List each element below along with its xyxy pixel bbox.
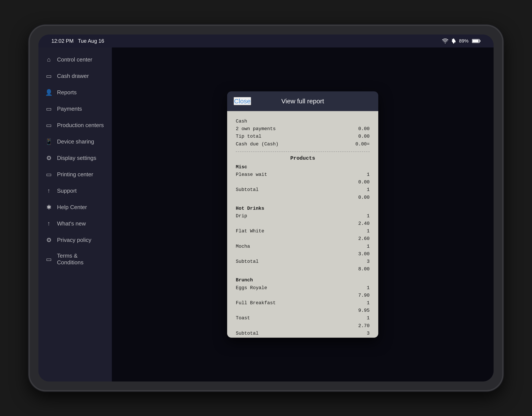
eggs-royale-qty: 1 — [352, 284, 370, 292]
mocha-amount-row: 3.00 — [236, 250, 370, 258]
sidebar-label-control-center: Control center — [57, 56, 92, 63]
sidebar-label-device-sharing: Device sharing — [57, 138, 94, 145]
sidebar-item-privacy-policy[interactable]: ⚙ Privacy policy — [39, 232, 112, 248]
please-wait-qty: 1 — [352, 171, 370, 178]
flat-white-amount-row: 2.60 — [236, 235, 370, 243]
misc-subtotal-label: Subtotal — [236, 186, 352, 194]
products-title: Products — [236, 155, 370, 161]
sidebar-item-whats-new[interactable]: ↑ What's new — [39, 216, 112, 231]
hot-drinks-subtotal-qty: 3 — [352, 258, 370, 265]
printing-center-icon: ▭ — [45, 170, 53, 178]
main-background: ⌂ Control center ▭ Cash drawer 👤 Reports… — [39, 47, 493, 381]
sidebar-label-help-center: Help Center — [57, 204, 87, 211]
flat-white-amount: 2.60 — [352, 235, 370, 243]
tip-total-label: Tip total — [236, 133, 352, 140]
svg-rect-2 — [480, 40, 480, 42]
display-settings-icon: ⚙ — [45, 154, 53, 162]
sidebar-item-printing-center[interactable]: ▭ Printing center — [39, 167, 112, 182]
full-breakfast-row: Full Breakfast 1 — [236, 299, 370, 307]
misc-section: Misc Please wait 1 0.00 Subto — [236, 163, 370, 201]
sidebar-item-support[interactable]: ↑ Support — [39, 183, 112, 199]
modal-view-full-report: Close View full report Cash 2 own paymen… — [227, 92, 378, 338]
own-payments-value: 0.00 — [352, 125, 370, 133]
hot-drinks-header: Hot Drinks — [236, 205, 370, 212]
sidebar-item-reports[interactable]: 👤 Reports — [39, 85, 112, 100]
flat-white-qty: 1 — [352, 227, 370, 235]
battery-icon — [472, 39, 481, 43]
eggs-royale-amount-row: 7.90 — [236, 292, 370, 299]
drip-label: Drip — [236, 212, 352, 220]
modal-title: View full report — [281, 97, 324, 105]
brunch-subtotal-qty: 3 — [352, 330, 370, 337]
sidebar-label-cash-drawer: Cash drawer — [57, 73, 89, 79]
sidebar-label-terms-conditions: Terms & Conditions — [57, 252, 105, 266]
misc-label: Misc — [236, 163, 247, 171]
toast-label: Toast — [236, 314, 352, 322]
hot-drinks-label: Hot Drinks — [236, 205, 264, 212]
brunch-subtotal-label: Subtotal — [236, 330, 352, 337]
please-wait-row: Please wait 1 — [236, 171, 370, 178]
status-right: 89% — [442, 38, 481, 44]
drip-row: Drip 1 — [236, 212, 370, 220]
sidebar-label-privacy-policy: Privacy policy — [57, 237, 91, 243]
sidebar-item-device-sharing[interactable]: 📱 Device sharing — [39, 134, 112, 149]
sidebar-label-printing-center: Printing center — [57, 171, 93, 178]
cash-drawer-icon: ▭ — [45, 72, 53, 80]
drip-amount-row: 2.40 — [236, 220, 370, 227]
brunch-header: Brunch — [236, 276, 370, 284]
cash-due-row: Cash due (Cash) 0.00= — [236, 140, 370, 148]
tablet-screen: 12:02 PM Tue Aug 16 89% — [39, 35, 493, 381]
reports-icon: 👤 — [45, 88, 53, 96]
production-centers-icon: ▭ — [45, 121, 53, 129]
please-wait-amount-row: 0.00 — [236, 179, 370, 186]
mocha-label: Mocha — [236, 243, 352, 250]
hot-drinks-subtotal-label: Subtotal — [236, 258, 352, 265]
cash-due-value: 0.00= — [352, 140, 370, 148]
full-breakfast-label: Full Breakfast — [236, 299, 352, 307]
flat-white-row: Flat White 1 — [236, 227, 370, 235]
terms-conditions-icon: ▭ — [45, 255, 53, 263]
status-left: 12:02 PM Tue Aug 16 — [51, 38, 104, 44]
sidebar-label-payments: Payments — [57, 105, 82, 112]
hot-drinks-subtotal-amount-row: 8.00 — [236, 265, 370, 273]
eggs-royale-row: Eggs Royale 1 — [236, 284, 370, 292]
close-button[interactable]: Close — [234, 97, 251, 105]
payments-icon: ▭ — [45, 105, 53, 113]
sidebar-item-display-settings[interactable]: ⚙ Display settings — [39, 150, 112, 166]
own-payments-row: 2 own payments 0.00 — [236, 125, 370, 133]
drip-amount: 2.40 — [352, 220, 370, 227]
privacy-policy-icon: ⚙ — [45, 236, 53, 244]
sidebar-item-terms-conditions[interactable]: ▭ Terms & Conditions — [39, 249, 112, 270]
misc-subtotal-amount-row: 0.00 — [236, 194, 370, 201]
sidebar-label-display-settings: Display settings — [57, 155, 96, 161]
help-center-icon: ✱ — [45, 203, 53, 211]
tip-total-value: 0.00 — [352, 133, 370, 140]
brunch-subtotal-amount: 28.55 — [352, 337, 370, 338]
misc-subtotal-amount-spacer — [236, 194, 352, 201]
receipt-content[interactable]: Cash 2 own payments 0.00 Tip total 0.00 — [227, 111, 378, 338]
hot-drinks-subtotal-amount: 8.00 — [352, 265, 370, 273]
sidebar-item-payments[interactable]: ▭ Payments — [39, 101, 112, 116]
toast-row: Toast 1 — [236, 314, 370, 322]
toast-amount: 2.70 — [352, 322, 370, 330]
tablet-frame: 12:02 PM Tue Aug 16 89% — [29, 25, 503, 391]
toast-amount-row: 2.70 — [236, 322, 370, 330]
misc-subtotal-qty: 1 — [352, 186, 370, 194]
sidebar: ⌂ Control center ▭ Cash drawer 👤 Reports… — [39, 47, 112, 381]
hot-drinks-subtotal-row: Subtotal 3 — [236, 258, 370, 265]
tip-total-row: Tip total 0.00 — [236, 133, 370, 140]
whats-new-icon: ↑ — [45, 220, 53, 227]
eggs-royale-label: Eggs Royale — [236, 284, 352, 292]
cash-title: Cash — [236, 118, 247, 125]
brunch-subtotal-amount-row: 28.55 — [236, 337, 370, 338]
brunch-label: Brunch — [236, 276, 253, 284]
modal-header: Close View full report — [227, 92, 378, 111]
status-bar: 12:02 PM Tue Aug 16 89% — [39, 35, 493, 47]
sidebar-item-help-center[interactable]: ✱ Help Center — [39, 199, 112, 215]
own-payments-label: 2 own payments — [236, 125, 352, 133]
svg-rect-3 — [472, 40, 479, 42]
sidebar-item-cash-drawer[interactable]: ▭ Cash drawer — [39, 68, 112, 84]
sidebar-item-production-centers[interactable]: ▭ Production centers — [39, 117, 112, 133]
support-icon: ↑ — [45, 187, 53, 195]
sidebar-item-control-center[interactable]: ⌂ Control center — [39, 52, 112, 67]
